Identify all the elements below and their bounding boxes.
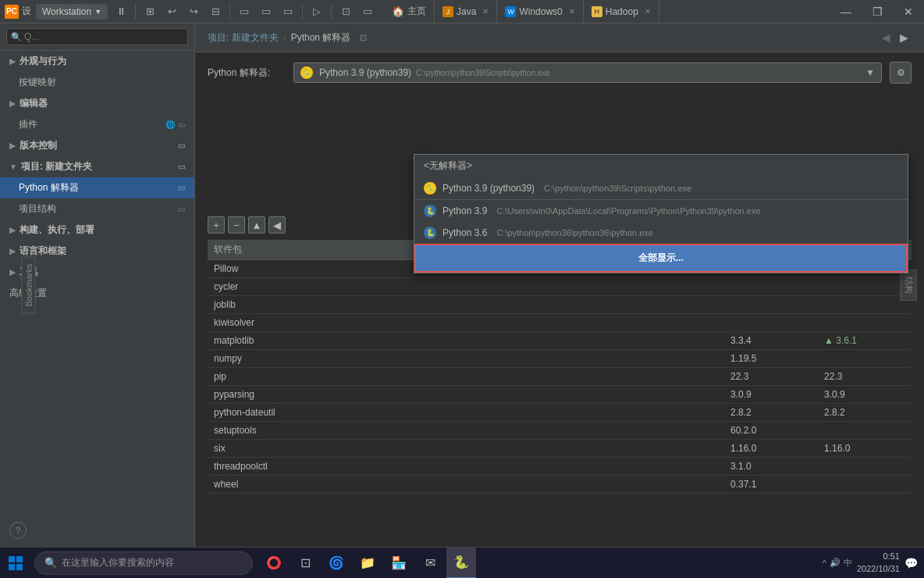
add-package-button[interactable]: + bbox=[208, 216, 225, 234]
sidebar-item-appearance[interactable]: ▶ 外观与行为 bbox=[0, 51, 194, 72]
taskbar-icon-cortana[interactable]: ⭕ bbox=[259, 548, 289, 579]
toolbar-btn-7[interactable]: ▭ bbox=[278, 2, 298, 22]
sidebar-item-project[interactable]: ▼ 项目: 新建文件夹 ▭ bbox=[0, 156, 194, 177]
taskbar-search-bar[interactable]: 🔍 在这里输入你要搜索的内容 bbox=[34, 551, 253, 575]
breadcrumb: 项目: 新建文件夹 › Python 解释器 ⊡ ◀ ▶ bbox=[195, 23, 924, 52]
toolbar-btn-1[interactable]: ⊞ bbox=[140, 2, 160, 22]
taskbar-icon-mail[interactable]: ✉ bbox=[415, 548, 445, 579]
toolbar-separator-4 bbox=[331, 4, 332, 20]
table-row[interactable]: matplotlib 3.3.4 ▲ 3.6.1 bbox=[208, 332, 912, 350]
taskbar-icon-taskview[interactable]: ⊡ bbox=[290, 548, 320, 579]
tray-lang-icon[interactable]: 中 bbox=[844, 557, 852, 569]
taskbar-right: ^ 🔊 中 0:51 2022/10/31 💬 bbox=[823, 551, 924, 575]
title-bar: PC 设 Workstation ▼ ⏸ ⊞ ↩ ↪ ⊟ ▭ ▭ ▭ ▷ ⊡ ▭… bbox=[0, 0, 924, 23]
interpreter-gear-button[interactable]: ⚙ bbox=[890, 62, 912, 84]
pkg-version bbox=[724, 278, 818, 296]
sidebar-item-label: 项目: 新建文件夹 bbox=[21, 160, 92, 173]
taskbar-icon-explorer[interactable]: 📁 bbox=[353, 548, 382, 579]
hadoop-tab-icon: H bbox=[592, 6, 602, 17]
dropdown-python36[interactable]: 🐍 Python 3.6 C:\python\python36\python36… bbox=[414, 222, 908, 244]
packages-table: 软件包 Pillow cycler joblib kiwisolver matp… bbox=[208, 240, 912, 494]
sidebar-item-label: 按键映射 bbox=[19, 76, 56, 89]
table-row[interactable]: kiwisolver bbox=[208, 314, 912, 332]
pkg-latest bbox=[818, 476, 912, 494]
dropdown-no-interpreter[interactable]: <无解释器> bbox=[414, 155, 908, 177]
sidebar-item-plugins[interactable]: 插件 🌐 ▭ bbox=[0, 114, 194, 135]
dropdown-show-all[interactable]: 全部显示... bbox=[414, 244, 908, 273]
tray-arrow[interactable]: ^ bbox=[823, 558, 826, 568]
workstation-button[interactable]: Workstation ▼ bbox=[36, 4, 108, 20]
minimize-button[interactable]: — bbox=[830, 0, 862, 23]
breadcrumb-current: Python 解释器 bbox=[291, 31, 351, 45]
table-row[interactable]: six 1.16.0 1.16.0 bbox=[208, 440, 912, 458]
system-clock[interactable]: 0:51 2022/10/31 bbox=[857, 551, 900, 575]
toolbar-btn-4[interactable]: ⊟ bbox=[205, 2, 226, 22]
pkg-name: threadpoolctl bbox=[208, 458, 724, 476]
pkg-latest: ▲ 3.6.1 bbox=[818, 332, 912, 350]
sidebar-item-project-structure[interactable]: 项目结构 ▭ bbox=[0, 198, 194, 219]
table-row[interactable]: pip 22.3 22.3 bbox=[208, 368, 912, 386]
toolbar-btn-6[interactable]: ▭ bbox=[256, 2, 276, 22]
toolbar-btn-8[interactable]: ▷ bbox=[307, 2, 327, 22]
notification-icon[interactable]: 💬 bbox=[904, 557, 918, 569]
pkg-latest: 3.0.9 bbox=[818, 386, 912, 404]
remove-package-button[interactable]: − bbox=[228, 216, 245, 234]
nav-back-button[interactable]: ◀ bbox=[879, 30, 894, 45]
filter-package-button[interactable]: ◀ bbox=[268, 216, 286, 234]
content-body: Python 解释器: 🐍 Python 3.9 (python39) C:\p… bbox=[195, 52, 924, 547]
breadcrumb-icon: ⊡ bbox=[360, 33, 367, 43]
table-row[interactable]: cycler bbox=[208, 278, 912, 296]
sidebar-item-keymap[interactable]: 按键映射 bbox=[0, 72, 194, 93]
nav-forward-button[interactable]: ▶ bbox=[897, 30, 912, 45]
toolbar-btn-2[interactable]: ↩ bbox=[162, 2, 182, 22]
bookmarks-tab[interactable]: Bookmarks bbox=[22, 256, 36, 313]
app-icon: PC bbox=[5, 5, 19, 19]
sidebar-item-python-interpreter[interactable]: Python 解释器 ▭ bbox=[0, 177, 194, 198]
maximize-button[interactable]: ❐ bbox=[862, 0, 893, 23]
win-tab-close[interactable]: ✕ bbox=[569, 7, 575, 16]
title-left: PC 设 bbox=[0, 5, 36, 19]
tab-home[interactable]: 🏠 主页 bbox=[384, 0, 435, 23]
sidebar-item-build[interactable]: ▶ 构建、执行、部署 bbox=[0, 219, 194, 241]
table-row[interactable]: numpy 1.19.5 bbox=[208, 350, 912, 368]
sidebar-search-area: 🔍 bbox=[0, 23, 194, 51]
tab-windows0[interactable]: W Windows0 ✕ bbox=[497, 0, 583, 23]
interpreter-select-dropdown[interactable]: 🐍 Python 3.9 (python39) C:\python\python… bbox=[293, 62, 882, 83]
toolbar-btn-10[interactable]: ▭ bbox=[357, 2, 378, 22]
tray-volume-icon[interactable]: 🔊 bbox=[830, 558, 840, 568]
breadcrumb-project-link[interactable]: 项目: 新建文件夹 bbox=[208, 31, 279, 45]
toolbar-btn-3[interactable]: ↪ bbox=[183, 2, 204, 22]
structure-tab[interactable]: 结构 bbox=[901, 269, 917, 301]
java-tab-close[interactable]: ✕ bbox=[482, 7, 489, 16]
tab-hadoop[interactable]: H Hadoop ✕ bbox=[584, 0, 659, 23]
taskbar-icon-store[interactable]: 🏪 bbox=[384, 548, 414, 579]
table-row[interactable]: python-dateutil 2.8.2 2.8.2 bbox=[208, 404, 912, 422]
table-row[interactable]: setuptools 60.2.0 bbox=[208, 422, 912, 440]
tab-java[interactable]: J Java ✕ bbox=[435, 0, 497, 23]
start-button[interactable] bbox=[0, 548, 31, 579]
pause-button[interactable]: ⏸ bbox=[111, 2, 131, 22]
toolbar-btn-9[interactable]: ⊡ bbox=[336, 2, 356, 22]
hadoop-tab-close[interactable]: ✕ bbox=[645, 7, 651, 16]
tab-hadoop-label: Hadoop bbox=[606, 6, 638, 17]
toolbar-btn-5[interactable]: ▭ bbox=[234, 2, 254, 22]
taskbar-icon-edge[interactable]: 🌀 bbox=[322, 548, 351, 579]
table-row[interactable]: wheel 0.37.1 bbox=[208, 476, 912, 494]
dropdown-python39-system[interactable]: 🐍 Python 3.9 C:\Users\win0\AppData\Local… bbox=[414, 200, 908, 222]
table-row[interactable]: threadpoolctl 3.1.0 bbox=[208, 458, 912, 476]
help-button[interactable]: ? bbox=[9, 522, 27, 539]
pkg-latest bbox=[818, 278, 912, 296]
pkg-name: kiwisolver bbox=[208, 314, 724, 332]
upgrade-package-button[interactable]: ▲ bbox=[248, 216, 265, 234]
close-button[interactable]: ✕ bbox=[893, 0, 924, 23]
table-row[interactable]: joblib bbox=[208, 296, 912, 314]
table-row[interactable]: pyparsing 3.0.9 3.0.9 bbox=[208, 386, 912, 404]
system-tray: ^ 🔊 中 bbox=[823, 557, 852, 569]
dropdown-python39-python39[interactable]: 🐍 Python 3.9 (python39) C:\python\python… bbox=[414, 177, 908, 199]
pkg-version: 2.8.2 bbox=[724, 404, 818, 422]
sidebar-search-input[interactable] bbox=[6, 28, 188, 45]
taskbar-icon-pycharm[interactable]: 🐍 bbox=[446, 548, 476, 579]
sidebar-item-editor[interactable]: ▶ 编辑器 bbox=[0, 93, 194, 114]
sidebar-item-vcs[interactable]: ▶ 版本控制 ▭ bbox=[0, 135, 194, 156]
interpreter-selector-row: Python 解释器: 🐍 Python 3.9 (python39) C:\p… bbox=[208, 62, 912, 84]
